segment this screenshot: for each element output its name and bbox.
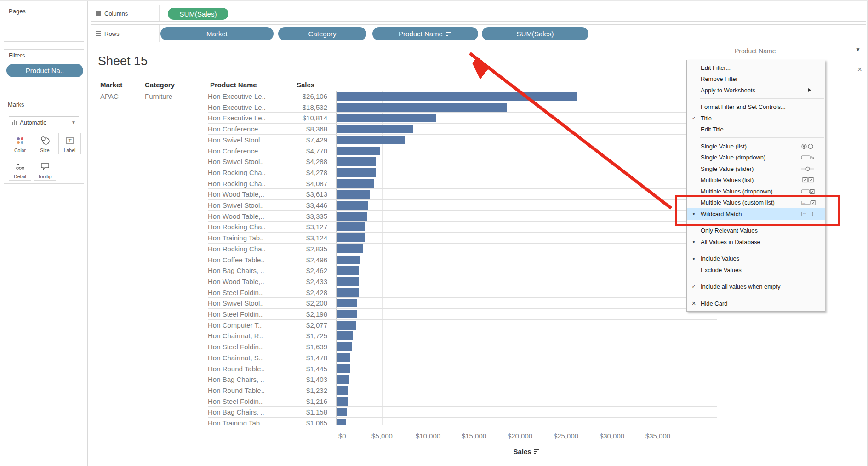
filter-card-close-icon[interactable]: ✕ [857, 66, 862, 73]
row-sales-value: $3,127 [254, 222, 327, 233]
sales-bar[interactable] [337, 103, 507, 112]
menu-item-remove-filter[interactable]: Remove Filter [687, 74, 825, 85]
menu-item-hide-card[interactable]: ✕ Hide Card [687, 298, 825, 309]
menu-item-edit-title[interactable]: Edit Title... [687, 124, 825, 136]
sales-bar[interactable] [337, 212, 367, 221]
column-header-sales[interactable]: Sales [297, 81, 314, 89]
sales-bar[interactable] [337, 386, 348, 395]
sales-bar[interactable] [337, 277, 359, 286]
pill-product-name[interactable]: Product Name [372, 27, 478, 40]
sales-bar[interactable] [337, 201, 368, 210]
sales-bar[interactable] [337, 136, 405, 144]
submenu-icon [799, 88, 825, 92]
bar-chart-icon [12, 120, 17, 125]
pages-shelf[interactable]: Pages [4, 4, 84, 42]
sales-bar[interactable] [337, 353, 350, 362]
sort-icon[interactable] [534, 449, 540, 454]
menu-item-label: Format Filter and Set Controls... [701, 103, 799, 110]
sales-bar[interactable] [337, 375, 349, 384]
pill-label: Product Name [399, 30, 443, 38]
pill-label: SUM(Sales) [180, 10, 217, 18]
sales-bar[interactable] [337, 114, 436, 122]
menu-item-title[interactable]: ✓ Title [687, 113, 825, 124]
sort-descending-icon[interactable] [446, 32, 452, 36]
column-header-product-name[interactable]: Product Name [210, 81, 257, 89]
sales-bar[interactable] [337, 419, 346, 425]
column-header-category[interactable]: Category [145, 81, 175, 89]
filters-shelf[interactable]: Filters Product Na.. [4, 49, 84, 83]
sales-bar[interactable] [337, 397, 348, 406]
row-sales-value: $1,232 [254, 385, 327, 396]
columns-shelf-label: Columns [104, 10, 128, 17]
menu-item-multiple-values-list[interactable]: Multiple Values (list) [687, 175, 825, 186]
detail-button[interactable]: Detail [9, 159, 31, 181]
x-tick: $5,000 [371, 432, 393, 440]
menu-item-single-value-slider[interactable]: Single Value (slider) [687, 163, 825, 175]
sales-bar[interactable] [337, 157, 376, 166]
tooltip-button[interactable]: Tooltip [34, 159, 56, 181]
sales-bar[interactable] [337, 342, 352, 351]
radio-icon [799, 143, 825, 149]
sales-bar[interactable] [337, 244, 363, 253]
pill-sum-sales-[interactable]: SUM(Sales) [482, 27, 588, 40]
sales-bar[interactable] [337, 331, 353, 340]
menu-item-all-values-in-database[interactable]: ● All Values in Database [687, 236, 825, 248]
table-row: Hon Training Tab.. $1,065 [91, 418, 717, 425]
pill-sum-sales[interactable]: SUM(Sales) [168, 8, 228, 20]
menu-separator [700, 98, 824, 99]
sales-bar[interactable] [337, 190, 370, 199]
sales-bar[interactable] [337, 310, 357, 318]
pill-label: Category [308, 30, 337, 38]
filter-pill-product-name[interactable]: Product Na.. [6, 64, 83, 77]
sales-bar[interactable] [337, 168, 376, 177]
sales-bar[interactable] [337, 233, 365, 242]
sales-bar[interactable] [337, 179, 374, 188]
pill-category[interactable]: Category [278, 27, 366, 40]
sales-bar[interactable] [337, 92, 577, 101]
menu-item-label: Include all values when empty [701, 283, 799, 290]
mark-type-dropdown[interactable]: Automatic ▼ [9, 116, 79, 128]
label-button[interactable]: T Label [58, 133, 81, 154]
checks-icon [799, 177, 825, 183]
table-row: Hon Swivel Stool.. $2,200 [91, 298, 717, 309]
slider-icon [799, 166, 825, 172]
size-button[interactable]: Size [34, 133, 56, 154]
x-axis-label[interactable]: Sales [499, 448, 554, 455]
table-rows-clip: Hon Executive Le.. $26,106 Hon Executive… [91, 91, 717, 425]
filter-card-dropdown-icon[interactable]: ▼ [855, 46, 861, 53]
row-sales-value: $1,065 [254, 418, 327, 425]
sales-bar[interactable] [337, 288, 359, 297]
text-label-icon: T [59, 133, 80, 148]
pill-market[interactable]: Market [160, 27, 274, 40]
table-row: Hon Steel Foldin.. $1,639 [91, 341, 717, 352]
menu-item-only-relevant-values[interactable]: Only Relevant Values [687, 225, 825, 237]
sales-bar[interactable] [337, 222, 365, 231]
menu-item-single-value-dropdown[interactable]: Single Value (dropdown) [687, 152, 825, 164]
color-button[interactable]: Color [9, 133, 31, 154]
menu-item-label: Title [701, 115, 799, 122]
marks-card[interactable]: Marks Automatic ▼ Color Si [4, 98, 84, 184]
pill-label: SUM(Sales) [517, 30, 554, 38]
chevron-down-icon[interactable]: ▼ [71, 120, 76, 125]
menu-item-apply-to-worksheets[interactable]: Apply to Worksheets [687, 85, 825, 96]
menu-item-include-all-values-when-empty[interactable]: ✓ Include all values when empty [687, 281, 825, 293]
sales-bar[interactable] [337, 147, 380, 155]
sales-bar[interactable] [337, 321, 356, 330]
sales-bar[interactable] [337, 299, 357, 307]
row-sales-value: $4,087 [254, 178, 327, 189]
sales-bar[interactable] [337, 266, 359, 275]
menu-item-single-value-list[interactable]: Single Value (list) [687, 141, 825, 152]
menu-item-format-filter-and-set-controls[interactable]: Format Filter and Set Controls... [687, 102, 825, 113]
sales-bar[interactable] [337, 364, 350, 373]
menu-item-exclude-values[interactable]: Exclude Values [687, 264, 825, 276]
row-sales-value: $3,446 [254, 200, 327, 211]
column-header-market[interactable]: Market [100, 81, 122, 89]
sales-bar[interactable] [337, 125, 413, 133]
table-row: Hon Chairmat, S.. $1,478 [91, 352, 717, 364]
sales-bar[interactable] [337, 256, 360, 264]
menu-item-include-values[interactable]: ● Include Values [687, 253, 825, 265]
filter-pill-label: Product Na.. [26, 67, 64, 74]
menu-item-edit-filter[interactable]: Edit Filter... [687, 62, 825, 74]
sales-bar[interactable] [337, 408, 347, 416]
row-sales-value: $4,770 [254, 146, 327, 157]
